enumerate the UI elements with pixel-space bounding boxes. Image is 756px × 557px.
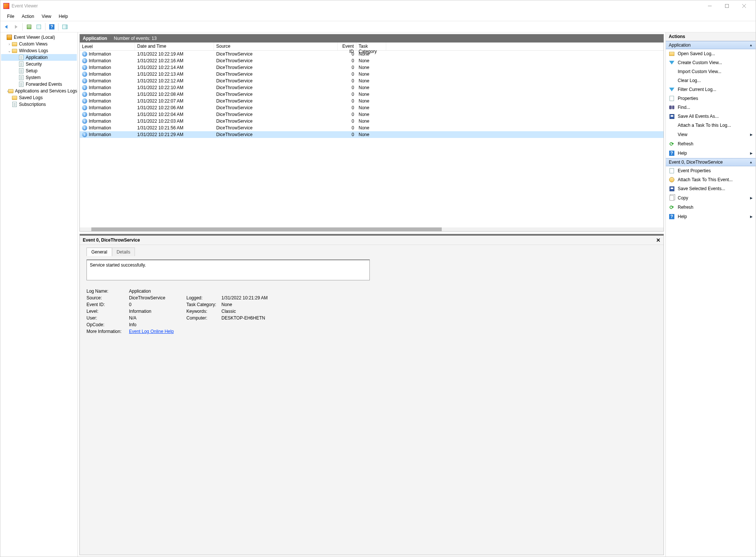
tree-windows-logs[interactable]: ⌄Windows Logs [1,47,77,54]
action-label: Copy [678,195,747,201]
actions-group-event[interactable]: Event 0, DiceThrowService ▲ [666,158,756,166]
cell-source: DiceThrowService [214,98,338,104]
cell-datetime: 1/31/2022 10:22:16 AM [135,58,214,63]
col-taskcategory[interactable]: Task Category [356,43,386,50]
event-properties-grid: Log Name: Application Source: DiceThrowS… [86,289,657,334]
action-clear-log[interactable]: Clear Log... [666,76,756,85]
event-row[interactable]: iInformation1/31/2022 10:22:04 AMDiceThr… [80,111,664,118]
cell-eventid: 0 [338,105,356,110]
label-opcode: OpCode: [86,322,127,327]
menu-help[interactable]: Help [55,12,72,21]
tree-pane[interactable]: Event Viewer (Local) ›Custom Views ⌄Wind… [0,32,78,557]
col-eventid[interactable]: Event ID [338,43,356,50]
scrollbar-thumb[interactable] [91,227,442,231]
menu-file[interactable]: File [3,12,18,21]
tree-system[interactable]: System [1,74,77,81]
action-view-submenu[interactable]: View▶ [666,130,756,139]
tab-details[interactable]: Details [112,248,135,256]
action-attach-task-log[interactable]: Attach a Task To this Log... [666,121,756,130]
event-row[interactable]: iInformation1/31/2022 10:22:12 AMDiceThr… [80,78,664,84]
event-row[interactable]: iInformation1/31/2022 10:22:10 AMDiceThr… [80,84,664,91]
tree-saved-logs[interactable]: Saved Logs [1,94,77,101]
link-online-help[interactable]: Event Log Online Help [129,329,174,334]
action-help-event[interactable]: ?Help▶ [666,212,756,221]
info-icon: i [82,125,87,130]
event-row[interactable]: iInformation1/31/2022 10:22:14 AMDiceThr… [80,64,664,71]
action-help[interactable]: ?Help▶ [666,148,756,158]
label-source: Source: [86,295,127,300]
action-save-selected-events[interactable]: Save Selected Events... [666,184,756,193]
event-row[interactable]: iInformation1/31/2022 10:22:13 AMDiceThr… [80,71,664,78]
grid-body[interactable]: iInformation1/31/2022 10:22:19 AMDiceThr… [80,51,664,227]
col-source[interactable]: Source [214,43,338,50]
action-event-properties[interactable]: Event Properties [666,166,756,175]
event-row[interactable]: iInformation1/31/2022 10:22:16 AMDiceThr… [80,57,664,64]
action-refresh[interactable]: ⟳Refresh [666,139,756,148]
tree-setup[interactable]: Setup [1,67,77,74]
value-source: DiceThrowService [129,295,185,300]
cell-taskcategory: None [356,92,386,97]
tab-general[interactable]: General [86,248,112,256]
action-refresh-event[interactable]: ⟳Refresh [666,203,756,212]
horizontal-scrollbar[interactable] [80,227,664,231]
action-find[interactable]: Find... [666,103,756,112]
details-close-button[interactable]: ✕ [656,237,661,243]
tree-subscriptions[interactable]: Subscriptions [1,101,77,108]
action-label: Find... [678,105,690,110]
col-datetime[interactable]: Date and Time [135,43,214,50]
cell-eventid: 0 [338,125,356,130]
action-save-all-events[interactable]: Save All Events As... [666,112,756,121]
grid-band-count: Number of events: 13 [114,36,157,41]
forward-button[interactable] [12,22,21,31]
cell-level: iInformation [80,85,135,90]
event-viewer-window: Event Viewer File Action View Help ? Eve… [0,0,756,557]
back-button[interactable] [2,22,11,31]
tree-custom-views[interactable]: ›Custom Views [1,41,77,47]
label-keywords: Keywords: [186,309,220,314]
info-icon: i [82,51,87,57]
action-properties[interactable]: Properties [666,94,756,103]
show-action-pane-button[interactable] [60,22,69,31]
help-toolbar-button[interactable]: ? [47,22,56,31]
event-row[interactable]: iInformation1/31/2022 10:22:03 AMDiceThr… [80,118,664,125]
action-open-saved-log[interactable]: Open Saved Log... [666,49,756,58]
tree-root[interactable]: Event Viewer (Local) [1,34,77,41]
menu-view[interactable]: View [38,12,55,21]
value-log-name: Application [129,289,185,294]
event-row[interactable]: iInformation1/31/2022 10:21:56 AMDiceThr… [80,125,664,131]
actions-group-application[interactable]: Application ▲ [666,41,756,49]
action-label: Attach Task To This Event... [678,177,733,182]
submenu-arrow-icon: ▶ [750,151,753,155]
grid-header[interactable]: Level Date and Time Source Event ID Task… [80,43,664,51]
tree-security[interactable]: Security [1,61,77,67]
value-computer: DESKTOP-EH6HETN [221,315,296,321]
tree-forwarded-events[interactable]: Forwarded Events [1,81,77,88]
action-copy[interactable]: Copy▶ [666,193,756,203]
cell-level: iInformation [80,132,135,137]
close-button[interactable] [735,1,753,11]
minimize-button[interactable] [701,1,718,11]
tree-application[interactable]: Application [1,54,77,61]
event-row[interactable]: iInformation1/31/2022 10:22:08 AMDiceThr… [80,91,664,98]
event-row[interactable]: iInformation1/31/2022 10:22:06 AMDiceThr… [80,104,664,111]
submenu-arrow-icon: ▶ [750,215,753,218]
event-row[interactable]: iInformation1/31/2022 10:21:29 AMDiceThr… [80,131,664,138]
action-filter-current-log[interactable]: Filter Current Log... [666,85,756,94]
event-row[interactable]: iInformation1/31/2022 10:22:07 AMDiceThr… [80,98,664,104]
maximize-button[interactable] [718,1,735,11]
action-attach-task-event[interactable]: Attach Task To This Event... [666,175,756,184]
col-level[interactable]: Level [80,43,135,50]
properties-toolbar-button[interactable] [34,22,43,31]
menu-action[interactable]: Action [18,12,38,21]
label-task-category: Task Category: [186,302,220,307]
cell-eventid: 0 [338,85,356,90]
show-hide-tree-button[interactable] [25,22,34,31]
cell-source: DiceThrowService [214,132,338,137]
action-create-custom-view[interactable]: Create Custom View... [666,58,756,67]
tree-app-services-logs[interactable]: ›Applications and Services Logs [1,88,77,94]
events-grid-container: Application Number of events: 13 Level D… [79,34,664,232]
events-grid[interactable]: Level Date and Time Source Event ID Task… [80,43,664,231]
action-import-custom-view[interactable]: Import Custom View... [666,67,756,76]
event-row[interactable]: iInformation1/31/2022 10:22:19 AMDiceThr… [80,51,664,57]
collapse-icon: ▲ [749,43,753,47]
